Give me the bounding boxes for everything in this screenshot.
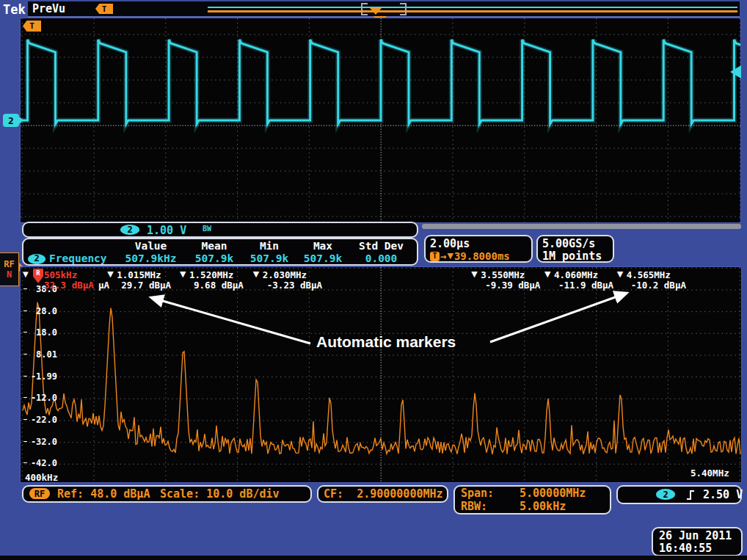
datetime-box: 26 Jun 2011 16:40:55 [652, 527, 743, 556]
arrow-to-right-marker-icon [490, 294, 625, 342]
date-label: 26 Jun 2011 [659, 530, 735, 542]
trigger-level-value: 2.50 V [703, 487, 743, 502]
span-label: Span: [461, 487, 520, 501]
tek-logo: Tek [3, 2, 26, 17]
ch2-waveform-trace [21, 18, 740, 222]
oscilloscope-screen: Tek PreVu T T 2 2 1.00 V BW Value Mean M… [0, 0, 747, 560]
acquisition-mode-indicator: PreVu [32, 2, 65, 15]
acquisition-overview-bar: PreVu T [28, 1, 740, 18]
span-rbw-box: Span: 5.00000MHz RBW: 5.00kHz [453, 485, 611, 514]
zoom-bracket-right-icon [400, 3, 407, 15]
horizontal-scale: 2.00µs [430, 237, 527, 250]
measurement-min: 507.9k [243, 252, 296, 265]
col-header-max: Max [296, 240, 350, 252]
overview-trigger-position-icon [370, 8, 382, 15]
rising-edge-icon [685, 490, 696, 501]
delay-marker-icon: ▼ [447, 250, 453, 262]
col-header-min: Min [243, 240, 296, 252]
annotation-label: Automatic markers [316, 333, 456, 351]
center-frequency-value: CF: 2.90000000MHz [324, 487, 443, 501]
span-value: 5.00000MHz [520, 487, 586, 501]
display-separator-bar [422, 224, 741, 229]
ch2-scale-bar: 2 1.00 V BW [22, 222, 418, 238]
rbw-label: RBW: [461, 501, 520, 513]
col-header-mean: Mean [186, 240, 243, 252]
sample-rate: 5.00GS/s [542, 237, 608, 250]
center-frequency-box: CF: 2.90000000MHz [317, 485, 448, 503]
overview-ch2-trace [208, 7, 737, 8]
rf-channel-flag: RF N [0, 252, 19, 286]
measurement-header-row: Value Mean Min Max Std Dev [23, 240, 417, 252]
rf-spectrum-graticule: 38.028.018.08.01-1.99-12.0-22.0-32.0-42.… [20, 266, 742, 483]
overview-rf-trace [208, 10, 737, 12]
time-label: 16:40:55 [659, 542, 735, 555]
record-length: 1M points [542, 250, 608, 262]
timebase-readout: 2.00µs T → ▼ 39.8000ms [424, 235, 533, 263]
measurement-table: Value Mean Min Max Std Dev 2 Frequency 5… [22, 238, 418, 266]
arrow-to-left-marker-icon [153, 298, 310, 343]
channel2-badge: 2 [120, 225, 139, 235]
bottom-border-strip [0, 556, 747, 560]
trigger-source-badge: 2 [656, 489, 675, 500]
acquisition-readout: 5.00GS/s 1M points [536, 235, 614, 263]
measurement-value: 507.9kHz [116, 252, 186, 265]
arrow-right-icon: → [440, 250, 446, 262]
measurement-row: 2 Frequency 507.9kHz 507.9k 507.9k 507.9… [23, 252, 417, 265]
channel2-badge: 2 [28, 254, 45, 264]
rf-vertical-scale: Scale: 10.0 dB/div [160, 487, 280, 501]
zoom-bracket-left-icon [361, 3, 368, 15]
annotation-arrows [21, 267, 741, 482]
time-domain-graticule [20, 18, 741, 223]
trigger-readout-box: 2 2.50 V [616, 485, 742, 504]
bandwidth-limit-icon: BW [203, 225, 211, 233]
rf-flag-label: RF [4, 259, 14, 269]
col-header-stddev: Std Dev [350, 240, 412, 252]
rf-reference-level: Ref: 48.0 dBµA [57, 487, 150, 501]
ch2-vertical-scale: 1.00 V [147, 224, 186, 237]
rf-settings-bar: RF Ref: 48.0 dBµA Scale: 10.0 dB/div [22, 485, 312, 503]
measurement-max: 507.9k [296, 252, 350, 265]
measurement-name: Frequency [49, 252, 107, 265]
channel2-ground-marker-icon: 2 [3, 114, 19, 127]
trigger-t-label: T [102, 4, 107, 14]
trigger-t-label: T [29, 21, 34, 31]
trigger-level-arrow-icon [730, 65, 741, 79]
overview-trigger-t-icon: T [95, 4, 113, 14]
col-header-value: Value [116, 240, 186, 252]
trigger-t-icon: T [430, 252, 440, 261]
measurement-stddev: 0.000 [350, 252, 412, 265]
measurement-mean: 507.9k [186, 252, 243, 265]
rf-badge: RF [29, 488, 50, 499]
rbw-value: 5.00kHz [520, 501, 566, 513]
channel2-badge-label: 2 [8, 115, 14, 126]
rf-flag-n-indicator: N [7, 269, 12, 280]
trigger-delay-value: 39.8000ms [454, 250, 510, 262]
